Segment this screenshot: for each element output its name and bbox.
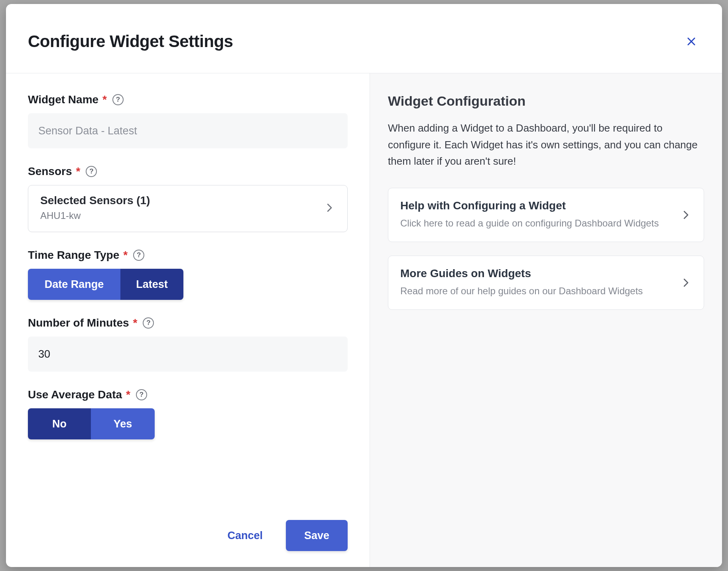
label-text: Use Average Data [28, 388, 122, 401]
info-title: Widget Configuration [388, 93, 704, 109]
help-icon[interactable]: ? [86, 166, 97, 177]
save-button[interactable]: Save [286, 520, 348, 551]
selected-sensors-card[interactable]: Selected Sensors (1) AHU1-kw [28, 185, 348, 232]
form-pane: Widget Name * ? Sensors * ? Selected Sen… [6, 73, 370, 567]
widget-name-label: Widget Name * ? [28, 93, 348, 106]
required-asterisk: * [133, 317, 138, 329]
time-range-date-range-button[interactable]: Date Range [28, 269, 120, 300]
cancel-button[interactable]: Cancel [220, 522, 270, 550]
label-text: Sensors [28, 165, 72, 178]
help-icon[interactable]: ? [143, 317, 154, 329]
time-range-latest-button[interactable]: Latest [120, 269, 183, 300]
guide-card-more[interactable]: More Guides on Widgets Read more of our … [388, 256, 704, 310]
modal-body: Widget Name * ? Sensors * ? Selected Sen… [6, 73, 722, 567]
chevron-right-icon [680, 209, 692, 221]
minutes-label: Number of Minutes * ? [28, 317, 348, 329]
chevron-right-icon [680, 277, 692, 289]
required-asterisk: * [123, 249, 128, 262]
time-range-group: Time Range Type * ? Date Range Latest [28, 249, 348, 300]
guide-title: Help with Configuring a Widget [400, 199, 659, 212]
modal-title: Configure Widget Settings [28, 32, 233, 51]
close-button[interactable] [683, 33, 700, 50]
guide-subtitle: Read more of our help guides on our Dash… [400, 284, 643, 298]
minutes-input[interactable] [28, 337, 348, 372]
selected-sensors-title: Selected Sensors (1) [40, 194, 150, 207]
minutes-group: Number of Minutes * ? [28, 317, 348, 372]
info-pane: Widget Configuration When adding a Widge… [370, 73, 722, 567]
guide-subtitle: Click here to read a guide on configurin… [400, 216, 659, 230]
footer-actions: Cancel Save [28, 512, 348, 551]
sensor-card-text: Selected Sensors (1) AHU1-kw [40, 194, 150, 221]
selected-sensors-list: AHU1-kw [40, 210, 150, 221]
time-range-label: Time Range Type * ? [28, 249, 348, 262]
sensors-group: Sensors * ? Selected Sensors (1) AHU1-kw [28, 165, 348, 232]
close-icon [686, 36, 697, 47]
label-text: Widget Name [28, 93, 98, 106]
label-text: Time Range Type [28, 249, 119, 262]
use-average-no-button[interactable]: No [28, 408, 91, 439]
use-average-toggle: No Yes [28, 408, 155, 439]
label-text: Number of Minutes [28, 317, 129, 329]
guide-title: More Guides on Widgets [400, 267, 643, 280]
chevron-right-icon [323, 202, 335, 214]
widget-name-group: Widget Name * ? [28, 93, 348, 148]
sensors-label: Sensors * ? [28, 165, 348, 178]
guide-text: More Guides on Widgets Read more of our … [400, 267, 643, 298]
required-asterisk: * [102, 93, 107, 106]
guide-text: Help with Configuring a Widget Click her… [400, 199, 659, 230]
guide-card-help[interactable]: Help with Configuring a Widget Click her… [388, 188, 704, 242]
required-asterisk: * [126, 388, 130, 401]
use-average-yes-button[interactable]: Yes [91, 408, 155, 439]
required-asterisk: * [76, 165, 81, 178]
time-range-toggle: Date Range Latest [28, 269, 183, 300]
modal-header: Configure Widget Settings [6, 4, 722, 73]
help-icon[interactable]: ? [136, 389, 147, 400]
configure-widget-modal: Configure Widget Settings Widget Name * … [6, 4, 722, 567]
info-description: When adding a Widget to a Dashboard, you… [388, 120, 704, 170]
use-average-group: Use Average Data * ? No Yes [28, 388, 348, 439]
help-icon[interactable]: ? [133, 250, 144, 261]
help-icon[interactable]: ? [112, 94, 124, 105]
widget-name-input[interactable] [28, 113, 348, 148]
use-average-label: Use Average Data * ? [28, 388, 348, 401]
